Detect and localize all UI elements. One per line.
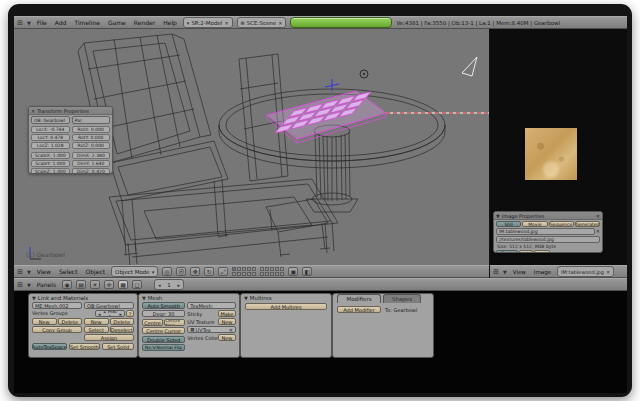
sequence-button[interactable]: Sequence bbox=[549, 221, 574, 227]
vgroup-new-button[interactable]: New bbox=[32, 318, 57, 325]
frame-stepper[interactable]: ◂ 1 ▸ bbox=[154, 279, 184, 290]
generated-button[interactable]: Generated bbox=[575, 221, 600, 227]
vertex-color-new-button[interactable]: New bbox=[218, 334, 236, 341]
locx-field[interactable]: LocX: -0.744 bbox=[31, 126, 70, 133]
dimz-field[interactable]: DimZ: 0.420 bbox=[72, 168, 111, 174]
still-button[interactable]: Still bbox=[496, 221, 521, 227]
image-panel-header[interactable]: ▼ Image Properties ✕ bbox=[494, 212, 602, 220]
object-context-icon[interactable]: ✛ bbox=[104, 280, 114, 289]
movie-button[interactable]: Movie bbox=[522, 221, 547, 227]
transform-panel-header[interactable]: ✕ Transform Properties bbox=[29, 107, 112, 115]
close-icon[interactable]: ✕ bbox=[596, 228, 600, 235]
add-multires-button[interactable]: Add Multires bbox=[245, 303, 327, 310]
set-smooth-button[interactable]: Set Smooth bbox=[69, 343, 101, 350]
header-collapse-icon[interactable]: ▼ bbox=[27, 282, 31, 288]
no-vnormal-flip-toggle[interactable]: No V.Normal Flip bbox=[142, 344, 185, 351]
arrow-right-icon[interactable]: ▸ bbox=[119, 311, 122, 317]
parent-field[interactable]: Par: bbox=[72, 116, 111, 124]
locz-field[interactable]: LocZ: 1.028 bbox=[31, 142, 70, 149]
anti-toggle[interactable]: Anti bbox=[534, 250, 550, 253]
auto-smooth-toggle[interactable]: Auto Smooth bbox=[142, 302, 185, 309]
scene-selector[interactable]: ⊞ SCE:Scene ✕ bbox=[237, 17, 287, 28]
arrow-right-icon[interactable]: ▸ bbox=[178, 282, 181, 288]
deselect-button[interactable]: Deselect bbox=[110, 326, 135, 333]
image-name-field[interactable]: IM:tablewood.jpg bbox=[496, 228, 595, 235]
lock-icon[interactable]: ▣ bbox=[288, 267, 298, 276]
material-query-button[interactable]: ? bbox=[126, 310, 134, 317]
material-delete-button[interactable]: Delete bbox=[110, 318, 135, 325]
arrow-left-icon[interactable]: ◂ bbox=[158, 282, 161, 288]
mode-dropdown[interactable]: Object Mode ▾ bbox=[111, 266, 158, 277]
degr-slider[interactable]: Degr: 30 bbox=[142, 310, 185, 317]
script-context-icon[interactable]: ▤ bbox=[76, 280, 86, 289]
image-properties-panel[interactable]: ▼ Image Properties ✕ Still Movie Sequenc… bbox=[493, 211, 603, 253]
material-new-button[interactable]: New bbox=[84, 318, 109, 325]
image-datablock-field[interactable]: IM:tablewood.jpg ✕ bbox=[557, 266, 614, 277]
vgroup-delete-button[interactable]: Delete bbox=[58, 318, 83, 325]
header-collapse-icon[interactable]: ▼ bbox=[27, 269, 31, 275]
uv-texture-new-button[interactable]: New bbox=[218, 318, 236, 325]
dimx-field[interactable]: DimX: 2.380 bbox=[72, 152, 111, 159]
arrow-left-icon[interactable]: ◂ bbox=[98, 311, 101, 317]
panel-header[interactable]: ▼ Mesh bbox=[139, 294, 239, 302]
tab-shapes[interactable]: Shapes bbox=[383, 294, 421, 303]
image-path-field[interactable]: //textures/tablewood.jpg bbox=[496, 236, 600, 243]
locy-field[interactable]: LocY: 0.478 bbox=[31, 134, 70, 141]
menu-select[interactable]: Select bbox=[57, 268, 80, 275]
centre-cursor-button[interactable]: Centre Cursor bbox=[142, 327, 185, 334]
texmesh-field[interactable]: TexMesh: bbox=[187, 302, 236, 309]
menu-render[interactable]: Render bbox=[132, 19, 157, 26]
close-icon[interactable]: ✕ bbox=[224, 20, 228, 26]
ob-name-field[interactable]: OB: Gearbowl bbox=[31, 116, 70, 124]
object-link-field[interactable]: OB:Gearbowl bbox=[84, 302, 134, 309]
close-icon[interactable]: ✕ bbox=[278, 20, 282, 26]
layer-buttons-2[interactable] bbox=[260, 267, 284, 276]
layer-buttons[interactable] bbox=[232, 267, 256, 276]
manipulator-scale-icon[interactable]: ⤢ bbox=[218, 267, 228, 276]
double-sided-toggle[interactable]: Double Sided bbox=[142, 336, 185, 343]
manipulator-translate-icon[interactable]: ✥ bbox=[190, 267, 200, 276]
scalez-field[interactable]: ScaleZ: 1.000 bbox=[31, 168, 70, 174]
menu-view[interactable]: View bbox=[511, 269, 528, 275]
editor-type-icon[interactable]: ⊞ bbox=[493, 268, 499, 276]
pivot-icon[interactable]: ⦿ bbox=[176, 267, 186, 276]
fields-toggle[interactable]: Fields bbox=[496, 250, 518, 253]
odd-toggle[interactable]: Odd bbox=[519, 250, 533, 253]
close-icon[interactable]: ✕ bbox=[596, 213, 600, 219]
scalex-field[interactable]: ScaleX: 1.000 bbox=[31, 152, 70, 159]
mesh-datablock-field[interactable]: ME:Mesh.002 bbox=[32, 302, 82, 309]
screen-selector[interactable]: ▾ SR:2-Model ✕ bbox=[183, 17, 233, 28]
centre-new-button[interactable]: Centre New bbox=[164, 319, 185, 326]
sticky-make-button[interactable]: Make bbox=[218, 310, 236, 317]
close-icon[interactable]: ✕ bbox=[606, 269, 610, 275]
menu-object[interactable]: Object bbox=[84, 268, 108, 275]
tab-modifiers[interactable]: Modifiers bbox=[337, 294, 381, 303]
editing-context-icon[interactable]: ▦ bbox=[118, 280, 128, 289]
scaley-field[interactable]: ScaleY: 1.000 bbox=[31, 160, 70, 167]
add-modifier-button[interactable]: Add Modifier bbox=[337, 306, 381, 313]
menu-view[interactable]: View bbox=[35, 268, 53, 275]
roty-field[interactable]: RotY: 0.000 bbox=[72, 134, 111, 141]
manipulator-rotate-icon[interactable]: ↻ bbox=[204, 267, 214, 276]
centre-button[interactable]: Centre bbox=[142, 319, 163, 326]
render-preview-icon[interactable]: ◧ bbox=[302, 267, 312, 276]
uvtex-row[interactable]: ▦ UVTex ✕ bbox=[187, 326, 236, 333]
logic-context-icon[interactable]: ◉ bbox=[62, 280, 72, 289]
close-icon[interactable]: ✕ bbox=[229, 327, 233, 333]
menu-game[interactable]: Game bbox=[106, 19, 128, 26]
editor-type-icon[interactable]: ⊞ bbox=[17, 268, 23, 276]
panels-menu[interactable]: Panels bbox=[35, 281, 58, 288]
render-icon[interactable]: ▦ bbox=[190, 327, 194, 332]
scene-context-icon[interactable]: ◻ bbox=[132, 280, 142, 289]
header-collapse-icon[interactable]: ▼ bbox=[503, 269, 507, 275]
select-button[interactable]: Select bbox=[84, 326, 109, 333]
close-icon[interactable]: ✕ bbox=[31, 108, 35, 114]
rotz-field[interactable]: RotZ: 0.000 bbox=[72, 142, 111, 149]
menu-image[interactable]: Image bbox=[532, 269, 553, 275]
viewport-3d[interactable]: ✕ Transform Properties OB: Gearbowl Par:… bbox=[14, 29, 489, 265]
transform-properties-panel[interactable]: ✕ Transform Properties OB: Gearbowl Par:… bbox=[28, 106, 113, 174]
texture-image[interactable] bbox=[525, 128, 577, 180]
panel-header[interactable]: ▼ Multires bbox=[241, 294, 331, 302]
window-type-icon[interactable]: ⊞ bbox=[17, 19, 23, 27]
uv-image-editor[interactable]: ▼ Image Properties ✕ Still Movie Sequenc… bbox=[490, 29, 627, 265]
